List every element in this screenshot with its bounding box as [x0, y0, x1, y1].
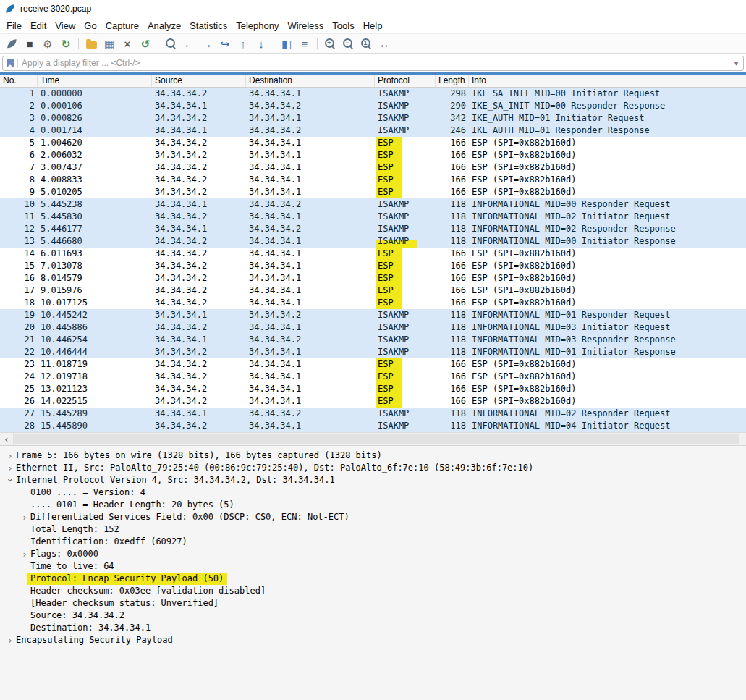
packet-row[interactable]: 125.44617734.34.34.134.34.34.2ISAKMP118I… [0, 223, 746, 235]
column-header-length[interactable]: Length [436, 75, 469, 87]
menu-item-help[interactable]: Help [359, 19, 387, 33]
menu-item-file[interactable]: File [2, 19, 26, 33]
cell-time: 1.004620 [38, 137, 152, 149]
display-filter-input[interactable] [22, 58, 731, 68]
menu-item-edit[interactable]: Edit [26, 19, 51, 33]
go-to-top-icon[interactable]: ↑ [234, 35, 252, 52]
resize-columns-icon[interactable]: ↔ [376, 35, 393, 52]
detail-line[interactable]: ›Encapsulating Security Payload [0, 634, 746, 646]
detail-line[interactable]: Destination: 34.34.34.1 [0, 622, 746, 634]
packet-row[interactable]: 146.01169334.34.34.234.34.34.1ESP166ESP … [0, 248, 746, 260]
expand-icon[interactable]: › [19, 511, 30, 523]
packet-row[interactable]: 95.01020534.34.34.234.34.34.1ESP166ESP (… [0, 186, 746, 198]
packet-row[interactable]: 2110.44625434.34.34.134.34.34.2ISAKMP118… [0, 334, 746, 346]
stop-capture-icon[interactable]: ■ [21, 35, 38, 52]
packet-row[interactable]: 84.00883334.34.34.234.34.34.1ESP166ESP (… [0, 174, 746, 186]
packet-row[interactable]: 2210.44644434.34.34.234.34.34.1ISAKMP118… [0, 346, 746, 358]
detail-line[interactable]: Source: 34.34.34.2 [0, 610, 746, 622]
find-packet-icon[interactable] [162, 35, 179, 52]
packet-row[interactable]: 10.00000034.34.34.234.34.34.1ISAKMP298IK… [0, 88, 746, 100]
expand-icon[interactable]: › [4, 462, 16, 474]
reload-file-icon[interactable]: ↺ [137, 35, 154, 52]
menu-item-wireless[interactable]: Wireless [283, 19, 328, 33]
packet-row[interactable]: 30.00082634.34.34.234.34.34.1ISAKMP342IK… [0, 112, 746, 125]
scroll-left-button[interactable]: ‹ [0, 433, 14, 445]
packet-row[interactable]: 62.00603234.34.34.234.34.34.1ESP166ESP (… [0, 149, 746, 161]
display-filter-field[interactable]: ▾ [2, 56, 744, 71]
packet-row[interactable]: 73.00743734.34.34.234.34.34.1ESP166ESP (… [0, 161, 746, 174]
cell-length: 118 [436, 334, 469, 346]
go-to-packet-icon[interactable]: ↪ [216, 35, 234, 52]
detail-line[interactable]: Header checksum: 0x03ee [validation disa… [0, 585, 746, 597]
cell-length: 118 [436, 346, 469, 358]
packet-row[interactable]: 2513.02112334.34.34.234.34.34.1ESP166ESP… [0, 383, 746, 395]
menu-item-capture[interactable]: Capture [101, 19, 143, 33]
packet-row[interactable]: 2614.02251534.34.34.234.34.34.1ESP166ESP… [0, 395, 746, 408]
packet-row[interactable]: 40.00171434.34.34.134.34.34.2ISAKMP246IK… [0, 125, 746, 137]
packet-row[interactable]: 168.01457934.34.34.234.34.34.1ESP166ESP … [0, 272, 746, 284]
packet-row[interactable]: 2010.44588634.34.34.234.34.34.1ISAKMP118… [0, 321, 746, 334]
menu-item-go[interactable]: Go [80, 19, 101, 33]
menu-item-tools[interactable]: Tools [328, 19, 358, 33]
packet-row[interactable]: 157.01307834.34.34.234.34.34.1ESP166ESP … [0, 260, 746, 272]
packet-row[interactable]: 2715.44528934.34.34.134.34.34.2ISAKMP118… [0, 408, 746, 420]
packet-row[interactable]: 2412.01971834.34.34.234.34.34.1ESP166ESP… [0, 371, 746, 383]
menu-item-statistics[interactable]: Statistics [185, 19, 232, 33]
packet-row[interactable]: 115.44583034.34.34.234.34.34.1ISAKMP118I… [0, 211, 746, 223]
detail-line[interactable]: ›Ethernet II, Src: PaloAlto_79:25:40 (00… [0, 462, 746, 474]
detail-line[interactable]: Time to live: 64 [0, 560, 746, 573]
auto-scroll-icon[interactable]: ≡ [296, 35, 313, 52]
save-file-icon[interactable]: ▦ [101, 35, 118, 52]
open-file-icon[interactable] [82, 35, 100, 52]
expand-icon[interactable]: › [19, 548, 30, 560]
menu-item-view[interactable]: View [51, 19, 80, 33]
detail-line[interactable]: ›Differentiated Services Field: 0x00 (DS… [0, 511, 746, 523]
column-header-source[interactable]: Source [152, 75, 246, 87]
packet-row[interactable]: 20.00010634.34.34.134.34.34.2ISAKMP290IK… [0, 100, 746, 112]
column-header-no[interactable]: No. [0, 75, 38, 87]
cell-no: 28 [0, 420, 38, 432]
column-header-protocol[interactable]: Protocol [375, 75, 436, 87]
filter-dropdown-icon[interactable]: ▾ [734, 59, 739, 67]
detail-line[interactable]: [Header checksum status: Unverified] [0, 597, 746, 610]
menu-item-telephony[interactable]: Telephony [232, 19, 283, 33]
go-forward-icon[interactable]: → [198, 35, 216, 52]
collapse-icon[interactable]: › [4, 475, 17, 486]
scrollbar-thumb[interactable] [14, 434, 739, 444]
capture-options-icon[interactable]: ⚙ [39, 35, 56, 52]
detail-line[interactable]: ›Flags: 0x0000 [0, 548, 746, 560]
packet-row[interactable]: 1910.44524234.34.34.134.34.34.2ISAKMP118… [0, 309, 746, 321]
packet-row[interactable]: 1810.01712534.34.34.234.34.34.1ESP166ESP… [0, 297, 746, 309]
packet-row[interactable]: 2815.44589034.34.34.234.34.34.1ISAKMP118… [0, 420, 746, 432]
zoom-original-icon[interactable]: 1 [357, 35, 375, 52]
packet-row[interactable]: 179.01597634.34.34.234.34.34.1ESP166ESP … [0, 284, 746, 297]
restart-capture-icon[interactable]: ↻ [57, 35, 75, 52]
detail-line[interactable]: Total Length: 152 [0, 523, 746, 536]
zoom-out-icon[interactable]: − [339, 35, 357, 52]
detail-line[interactable]: ›Internet Protocol Version 4, Src: 34.34… [0, 474, 746, 486]
go-back-icon[interactable]: ← [180, 35, 198, 52]
expand-icon[interactable]: › [4, 450, 16, 462]
menu-item-analyze[interactable]: Analyze [143, 19, 185, 33]
start-capture-icon[interactable] [3, 35, 20, 52]
column-header-time[interactable]: Time [38, 75, 152, 87]
horizontal-scrollbar[interactable]: ‹ [0, 432, 746, 446]
packet-row[interactable]: 135.44668034.34.34.234.34.34.1ISAKMP118I… [0, 235, 746, 248]
scrollbar-track[interactable] [14, 433, 746, 445]
go-to-bottom-icon[interactable]: ↓ [253, 35, 270, 52]
packet-row[interactable]: 2311.01871934.34.34.234.34.34.1ESP166ESP… [0, 358, 746, 371]
detail-line[interactable]: Protocol: Encap Security Payload (50) [0, 573, 746, 585]
packet-row[interactable]: 51.00462034.34.34.234.34.34.1ESP166ESP (… [0, 137, 746, 149]
zoom-in-icon[interactable]: + [321, 35, 339, 52]
filter-bookmark-icon[interactable] [7, 59, 14, 68]
colorize-icon[interactable]: ◧ [278, 35, 295, 52]
detail-line[interactable]: ›Frame 5: 166 bytes on wire (1328 bits),… [0, 450, 746, 462]
detail-line[interactable]: .... 0101 = Header Length: 20 bytes (5) [0, 499, 746, 511]
column-header-destination[interactable]: Destination [246, 75, 375, 87]
detail-line[interactable]: 0100 .... = Version: 4 [0, 486, 746, 499]
detail-line[interactable]: Identification: 0xedff (60927) [0, 536, 746, 548]
packet-row[interactable]: 105.44523834.34.34.134.34.34.2ISAKMP118I… [0, 198, 746, 211]
close-file-icon[interactable]: × [119, 35, 136, 52]
expand-icon[interactable]: › [4, 634, 16, 646]
column-header-info[interactable]: Info [469, 75, 746, 87]
